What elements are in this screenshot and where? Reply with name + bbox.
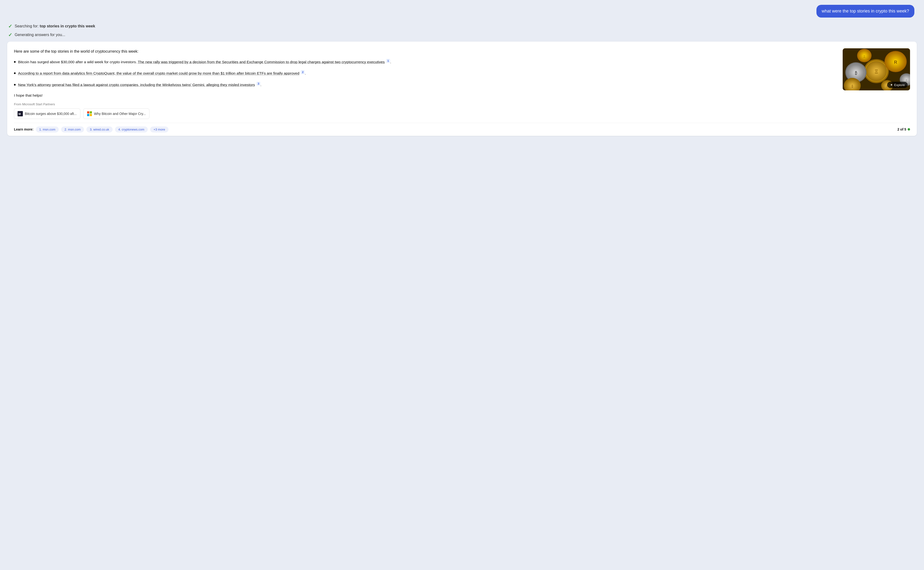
bullet-1-content: Bitcoin has surged above $30,000 after a… — [18, 59, 837, 65]
list-item: According to a report from data analytic… — [14, 70, 837, 77]
learn-link-4[interactable]: 4. cryptonews.com — [115, 126, 148, 132]
bullet-dot — [14, 72, 15, 74]
citation-2[interactable]: 2 — [301, 70, 304, 74]
bullet-3-content: New York's attorney general has filed a … — [18, 82, 837, 88]
list-item: Bitcoin has surged above $30,000 after a… — [14, 59, 837, 65]
citation-1[interactable]: 1 — [386, 59, 390, 63]
bullet-list: Bitcoin has surged above $30,000 after a… — [14, 59, 837, 88]
page-indicator: 2 of 5 — [897, 127, 910, 131]
answer-text-block: Here are some of the top stories in the … — [14, 48, 837, 103]
user-query-text: what were the top stories in crypto this… — [822, 9, 909, 14]
user-bubble: what were the top stories in crypto this… — [816, 5, 914, 18]
answer-top: Here are some of the top stories in the … — [14, 48, 910, 103]
source-card-1[interactable]: M Bitcoin surges above $30,000 aft... — [14, 109, 80, 119]
partners-label: From Microsoft Start Partners — [14, 103, 910, 106]
svg-text:Ξ: Ξ — [875, 69, 878, 75]
closing-text: I hope that helps! — [14, 93, 837, 98]
page-indicator-text: 2 of 5 — [897, 127, 906, 131]
svg-text:R: R — [894, 60, 897, 65]
crypto-image: Ξ ₿ R ₿ Ξ Ξ — [843, 48, 910, 90]
source-cards: M Bitcoin surges above $30,000 aft... Wh… — [14, 109, 910, 119]
learn-more-bar: Learn more: 1. msn.com 2. msn.com 3. wir… — [14, 123, 910, 136]
bullet-2-content: According to a report from data analytic… — [18, 70, 837, 77]
svg-rect-20 — [87, 111, 89, 113]
bullet-2-link[interactable]: According to a report from data analytic… — [18, 71, 299, 75]
source-card-1-label: Bitcoin surges above $30,000 aft... — [25, 112, 77, 116]
more-badge[interactable]: +3 more — [150, 126, 168, 132]
explore-label: Explore — [894, 83, 905, 87]
generating-status-row: ✓ Generating answers for you... — [7, 32, 917, 38]
bullet-3-link[interactable]: New York's attorney general has filed a … — [18, 83, 255, 87]
learn-more-label: Learn more: — [14, 127, 34, 131]
bullet-1-link[interactable]: The new rally was triggered by a decisio… — [138, 60, 385, 64]
learn-link-1[interactable]: 1. msn.com — [36, 126, 59, 132]
microsoft-icon — [87, 111, 92, 116]
msn-icon-1: M — [18, 111, 23, 116]
green-dot-icon — [908, 128, 910, 130]
svg-rect-22 — [87, 114, 89, 116]
generating-status-text: Generating answers for you... — [15, 33, 65, 37]
image-block: Ξ ₿ R ₿ Ξ Ξ — [843, 48, 910, 103]
check-icon-search: ✓ — [8, 23, 12, 29]
answer-card: Here are some of the top stories in the … — [7, 41, 917, 136]
learn-link-2[interactable]: 2. msn.com — [61, 126, 84, 132]
searching-status-row: ✓ Searching for: top stories in crypto t… — [7, 23, 917, 29]
bullet-dot — [14, 61, 15, 63]
svg-rect-23 — [90, 114, 92, 116]
learn-link-3[interactable]: 3. wired.co.uk — [86, 126, 112, 132]
svg-rect-21 — [90, 111, 92, 113]
svg-text:₿: ₿ — [855, 70, 857, 75]
explore-star-icon: ✦ — [890, 83, 893, 87]
svg-text:₿: ₿ — [852, 84, 853, 88]
svg-text:Ξ: Ξ — [863, 55, 865, 58]
svg-text:M: M — [18, 112, 21, 115]
list-item: New York's attorney general has filed a … — [14, 82, 837, 88]
explore-button[interactable]: ✦ Explore — [887, 82, 908, 88]
svg-text:Ξ: Ξ — [906, 79, 907, 82]
source-card-2[interactable]: Why Bitcoin and Other Major Cry... — [83, 109, 149, 119]
user-message-row: what were the top stories in crypto this… — [7, 5, 917, 18]
searching-status-text: Searching for: top stories in crypto thi… — [15, 24, 95, 28]
intro-text: Here are some of the top stories in the … — [14, 48, 837, 55]
check-icon-generating: ✓ — [8, 32, 12, 38]
citation-3[interactable]: 3 — [257, 82, 260, 86]
source-card-2-label: Why Bitcoin and Other Major Cry... — [94, 112, 146, 116]
bullet-dot — [14, 84, 15, 86]
